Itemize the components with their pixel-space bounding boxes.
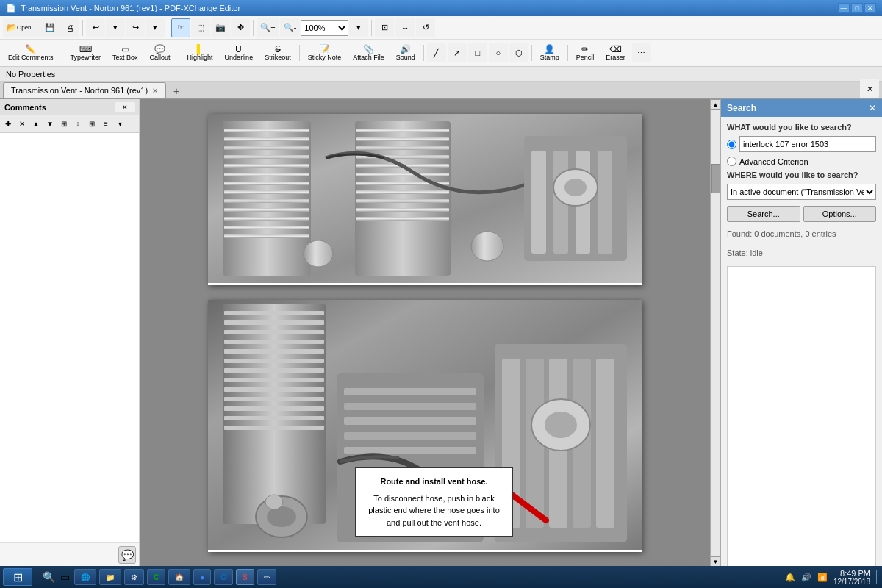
show-desktop-icon[interactable] xyxy=(876,570,879,584)
edit-comments-button[interactable]: ✏️ Edit Comments xyxy=(3,37,59,69)
open-button[interactable]: 📂Open... xyxy=(3,18,40,37)
comment-add-button[interactable]: ✚ xyxy=(1,118,15,131)
undo-button[interactable]: ↩ xyxy=(86,18,105,37)
search-search-button[interactable]: Search... xyxy=(727,206,800,222)
stamp-button[interactable]: 👤 Stamp xyxy=(535,37,564,69)
minimize-button[interactable]: — xyxy=(838,3,850,13)
oval-tool[interactable]: ○ xyxy=(489,43,508,62)
rect-tool[interactable]: □ xyxy=(468,43,487,62)
pencil-button[interactable]: ✏ Pencil xyxy=(571,37,600,69)
comment-more-button[interactable]: ▾ xyxy=(113,118,126,131)
active-tab[interactable]: Transmission Vent - Norton 961 (rev1) ✕ xyxy=(3,82,166,98)
svg-rect-41 xyxy=(224,330,324,334)
search-text-radio[interactable] xyxy=(727,140,736,149)
strikeout-button[interactable]: S̶ Strikeout xyxy=(259,37,296,69)
redo-dropdown[interactable]: ▾ xyxy=(146,18,165,37)
pdf-image-top xyxy=(208,114,642,285)
comment-collapse-button[interactable]: ≡ xyxy=(99,118,112,131)
scroll-up-button[interactable]: ▲ xyxy=(711,99,721,110)
redo-button[interactable]: ↪ xyxy=(126,18,145,37)
callout-button[interactable]: 💬 Callout xyxy=(145,37,176,69)
rotate-button[interactable]: ↺ xyxy=(416,18,435,37)
close-button[interactable]: ✕ xyxy=(864,3,876,13)
notification-icon[interactable]: 🔔 xyxy=(785,573,795,582)
save-button[interactable]: 💾 xyxy=(40,18,60,37)
search-body: WHAT would you like to search? Advanced … xyxy=(721,117,882,266)
fit-page-button[interactable]: ⊡ xyxy=(375,18,394,37)
comment-delete-button[interactable]: ✕ xyxy=(15,118,29,131)
taskbar-taskview-icon[interactable]: ▭ xyxy=(58,570,71,584)
zoom-in-button[interactable]: 🔍+ xyxy=(257,18,279,37)
typewriter-button[interactable]: ⌨ Typewriter xyxy=(65,37,107,69)
callout-line2: To disconnect hose, push in black plasti… xyxy=(367,492,501,529)
sep4 xyxy=(371,20,372,36)
comment-expand-button[interactable]: ⊞ xyxy=(85,118,98,131)
undo-dropdown[interactable]: ▾ xyxy=(106,18,125,37)
arrow-tool[interactable]: ↗ xyxy=(448,43,467,62)
scroll-down-button[interactable]: ▼ xyxy=(711,556,721,567)
search-result-found: Found: 0 documents, 0 entries xyxy=(727,226,876,241)
add-tab-button[interactable]: + xyxy=(169,84,184,98)
comment-up-button[interactable]: ▲ xyxy=(29,118,43,131)
taskbar-chrome-button[interactable]: ● xyxy=(193,569,211,585)
taskbar-folder-button[interactable]: 📁 xyxy=(99,569,121,585)
svg-rect-5 xyxy=(224,155,309,159)
zoom-select[interactable]: 100% 75% 150% xyxy=(301,20,348,36)
zoom-out-button[interactable]: 🔍- xyxy=(280,18,301,37)
comment-down-button[interactable]: ▼ xyxy=(43,118,57,131)
pdf-area[interactable]: Route and install vent hose. To disconne… xyxy=(140,99,710,567)
svg-rect-59 xyxy=(344,432,476,440)
search-advanced-radio[interactable] xyxy=(727,157,736,166)
pdf-scroll[interactable]: Route and install vent hose. To disconne… xyxy=(140,99,710,567)
network-icon[interactable]: 📶 xyxy=(817,573,828,582)
sticky-note-button[interactable]: 📝 Sticky Note xyxy=(303,37,347,69)
search-text-input[interactable] xyxy=(739,136,876,152)
svg-point-36 xyxy=(564,179,587,196)
attach-file-button[interactable]: 📎 Attach File xyxy=(348,37,390,69)
comments-close-button[interactable]: ✕ xyxy=(115,102,135,112)
pdf-scrollbar[interactable]: ▲ ▼ xyxy=(710,99,720,567)
svg-rect-16 xyxy=(356,129,449,132)
toolbar-row2: ✏️ Edit Comments ⌨ Typewriter ▭ Text Box… xyxy=(0,40,882,66)
highlight-button[interactable]: ▌ Highlight xyxy=(182,37,218,69)
pan-button[interactable]: ✥ xyxy=(231,18,250,37)
taskbar-search-icon[interactable]: 🔍 xyxy=(42,570,55,584)
textbox-button[interactable]: ▭ Text Box xyxy=(107,37,143,69)
comment-filter-button[interactable]: ⊞ xyxy=(57,118,71,131)
search-where-select[interactable]: In active document ("Transmission Ver...… xyxy=(727,184,876,200)
scroll-thumb[interactable] xyxy=(711,164,720,193)
hand-tool-button[interactable]: ☞ xyxy=(171,18,190,37)
polygon-tool[interactable]: ⬡ xyxy=(509,43,528,62)
window-controls: — □ ✕ xyxy=(838,3,876,13)
taskbar-c-button[interactable]: C xyxy=(147,569,165,585)
sound-label: Sound xyxy=(396,54,415,62)
taskbar-app1-button[interactable]: 🏠 xyxy=(168,569,190,585)
search-options-button[interactable]: Options... xyxy=(803,206,877,222)
svg-rect-14 xyxy=(224,234,309,238)
taskbar-outlook-button[interactable]: O xyxy=(214,569,233,585)
line-tool[interactable]: ╱ xyxy=(427,43,446,62)
taskbar-edit-icon: ✏ xyxy=(264,573,270,581)
search-panel: Search ✕ WHAT would you like to search? … xyxy=(720,99,882,567)
taskbar-edit-button[interactable]: ✏ xyxy=(257,569,276,585)
eraser-button[interactable]: ⌫ Eraser xyxy=(600,37,631,69)
underline-button[interactable]: U̲ Underline xyxy=(220,37,259,69)
main-content: Comments ✕ ✚ ✕ ▲ ▼ ⊞ ↕ ⊞ ≡ ▾ 💬 xyxy=(0,99,882,567)
fit-width-button[interactable]: ↔ xyxy=(395,18,415,37)
close-document-button[interactable]: ✕ xyxy=(860,79,879,98)
taskbar-ie-button[interactable]: 🌐 xyxy=(74,569,96,585)
taskbar-gear-button[interactable]: ⚙ xyxy=(124,569,144,585)
start-button[interactable]: ⊞ xyxy=(3,568,32,586)
snapshot-button[interactable]: 📷 xyxy=(211,18,230,37)
comment-sort-button[interactable]: ↕ xyxy=(71,118,85,131)
print-button[interactable]: 🖨 xyxy=(60,18,79,37)
zoom-dropdown[interactable]: ▾ xyxy=(349,18,368,37)
tab-close-button[interactable]: ✕ xyxy=(152,87,158,95)
maximize-button[interactable]: □ xyxy=(851,3,863,13)
search-close-button[interactable]: ✕ xyxy=(869,103,876,113)
more-tools-button[interactable]: ⋯ xyxy=(632,43,651,62)
select-button[interactable]: ⬚ xyxy=(191,18,210,37)
taskbar-pdf-active-button[interactable]: S xyxy=(236,569,254,585)
sound-button[interactable]: 🔊 Sound xyxy=(391,37,420,69)
volume-icon[interactable]: 🔊 xyxy=(801,573,811,582)
